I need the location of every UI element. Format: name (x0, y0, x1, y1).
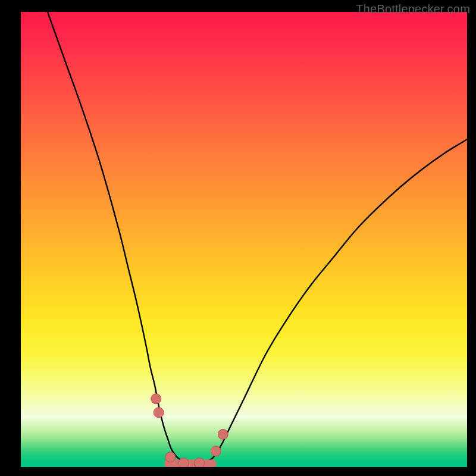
marker-4 (195, 458, 205, 467)
marker-1 (154, 408, 164, 418)
marker-3 (178, 458, 189, 467)
marker-5 (211, 446, 221, 456)
watermark-text: TheBottlenecker.com (356, 2, 470, 16)
curve-left-branch (48, 12, 199, 465)
marker-0 (151, 394, 161, 404)
curves-svg (21, 12, 467, 467)
plot-area (21, 12, 467, 467)
marker-6 (218, 429, 228, 439)
marker-2 (165, 452, 176, 462)
chart-frame: TheBottlenecker.com (0, 0, 476, 476)
curve-right-branch (199, 139, 467, 465)
